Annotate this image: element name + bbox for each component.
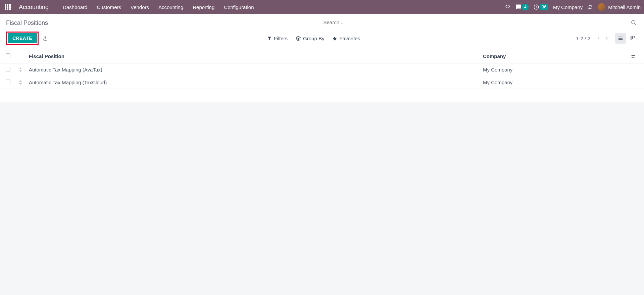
header-checkbox-cell [0, 49, 16, 63]
row-name: Automatic Tax Mapping (AvaTax) [26, 63, 480, 76]
nav-menu-customers[interactable]: Customers [97, 4, 121, 10]
phone-icon[interactable] [505, 4, 511, 10]
drag-handle-icon[interactable] [16, 76, 26, 89]
search-wrap [322, 17, 638, 28]
svg-rect-4 [634, 36, 635, 38]
apps-grid-icon[interactable] [5, 4, 11, 10]
activities-icon[interactable]: 36 [533, 4, 548, 10]
select-all-checkbox[interactable] [6, 53, 10, 58]
messages-badge: 4 [522, 4, 529, 10]
row-company: My Company [480, 76, 628, 89]
star-icon [332, 36, 337, 41]
header-row: Fiscal Positions [0, 14, 644, 28]
row-checkbox[interactable] [6, 67, 10, 71]
svg-rect-2 [631, 36, 632, 40]
row-name: Automatic Tax Mapping (TaxCloud) [26, 76, 480, 89]
list-view-icon[interactable] [615, 33, 626, 44]
nav-company[interactable]: My Company [553, 4, 583, 10]
filters-label: Filters [274, 36, 288, 41]
create-highlight: CREATE [6, 32, 39, 45]
drag-handle-icon[interactable] [16, 63, 26, 76]
nav-right: 4 36 My Company Mitchell Admin [505, 3, 641, 11]
svg-rect-3 [632, 36, 633, 39]
header-handle [16, 49, 26, 63]
nav-menu-reporting[interactable]: Reporting [193, 4, 214, 10]
nav-menu-accounting[interactable]: Accounting [158, 4, 183, 10]
activities-badge: 36 [540, 4, 548, 10]
debug-icon[interactable] [587, 4, 593, 10]
top-navbar: Accounting Dashboard Customers Vendors A… [0, 0, 644, 14]
control-mid: Filters Group By Favorites [264, 36, 360, 41]
view-switch [615, 33, 638, 44]
pager-prev-icon[interactable] [596, 35, 602, 41]
list-table: Fiscal Position Company Automatic Tax Ma… [0, 49, 644, 89]
control-left: CREATE [6, 32, 48, 45]
search-input[interactable] [322, 17, 630, 27]
control-row: CREATE Filters Group By Favorites 1-2 / … [0, 28, 644, 49]
user-name: Mitchell Admin [608, 4, 641, 10]
filters-button[interactable]: Filters [267, 36, 288, 41]
breadcrumb: Fiscal Positions [6, 19, 322, 27]
favorites-label: Favorites [339, 36, 360, 41]
table-row[interactable]: Automatic Tax Mapping (AvaTax) My Compan… [0, 63, 644, 76]
header-name[interactable]: Fiscal Position [26, 49, 480, 63]
groupby-label: Group By [303, 36, 324, 41]
nav-left: Accounting Dashboard Customers Vendors A… [5, 4, 254, 11]
table-row[interactable]: Automatic Tax Mapping (TaxCloud) My Comp… [0, 76, 644, 89]
favorites-button[interactable]: Favorites [332, 36, 360, 41]
filter-icon [267, 36, 272, 41]
sliders-icon [631, 54, 636, 59]
table-wrap: Fiscal Position Company Automatic Tax Ma… [0, 49, 644, 102]
pager[interactable]: 1-2 / 2 [576, 36, 590, 41]
create-button[interactable]: CREATE [8, 33, 37, 43]
layers-icon [296, 36, 301, 41]
svg-point-1 [632, 20, 635, 24]
app-title[interactable]: Accounting [19, 4, 49, 11]
nav-user[interactable]: Mitchell Admin [598, 3, 641, 11]
pager-next-icon[interactable] [604, 35, 610, 41]
header-options[interactable] [628, 49, 644, 63]
pager-nav [596, 35, 610, 41]
control-right: 1-2 / 2 [576, 33, 638, 44]
table-footer-blank [0, 89, 644, 102]
nav-menu-vendors[interactable]: Vendors [131, 4, 149, 10]
nav-menu-configuration[interactable]: Configuration [224, 4, 254, 10]
kanban-view-icon[interactable] [627, 33, 638, 44]
row-company: My Company [480, 63, 628, 76]
header-company[interactable]: Company [480, 49, 628, 63]
messages-icon[interactable]: 4 [515, 4, 529, 10]
groupby-button[interactable]: Group By [296, 36, 324, 41]
search-icon[interactable] [629, 18, 638, 27]
nav-menu-dashboard[interactable]: Dashboard [63, 4, 87, 10]
avatar [598, 3, 605, 11]
export-icon[interactable] [43, 36, 48, 41]
nav-menu: Dashboard Customers Vendors Accounting R… [63, 4, 254, 10]
row-checkbox[interactable] [6, 80, 10, 84]
